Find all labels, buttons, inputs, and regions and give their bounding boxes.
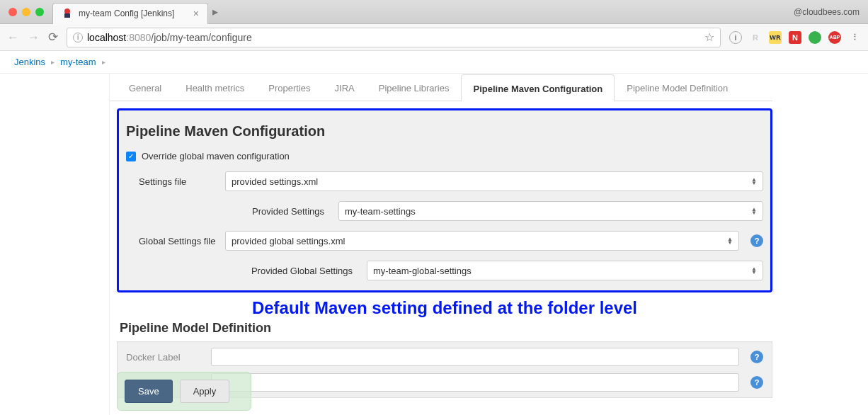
help-icon[interactable]: ? (750, 234, 763, 247)
provided-settings-value: my-team-settings (345, 206, 416, 217)
help-icon[interactable]: ? (750, 351, 763, 363)
config-tabs: General Health metrics Properties JIRA P… (110, 74, 772, 101)
provided-global-value: my-team-global-settings (373, 266, 472, 276)
tab-pipeline-maven[interactable]: Pipeline Maven Configuration (461, 74, 615, 101)
tab-properties[interactable]: Properties (256, 74, 322, 101)
global-settings-label: Global Settings file (126, 236, 218, 246)
jenkins-favicon-icon (62, 8, 73, 19)
back-icon[interactable]: ← (7, 30, 19, 45)
reload-icon[interactable]: ⟳ (48, 30, 58, 45)
site-info-icon[interactable]: i (729, 31, 742, 44)
extension-r-icon[interactable]: R (749, 31, 762, 44)
provided-global-select[interactable]: my-team-global-settings ▲▼ (367, 261, 763, 280)
extension-wr-icon[interactable]: wʀ (769, 31, 782, 44)
tab-pipeline-libraries[interactable]: Pipeline Libraries (367, 74, 462, 101)
extension-icons: i R wʀ N ABP ⋮ (729, 31, 861, 44)
cloudbees-label: @cloudbees.com (794, 7, 860, 17)
breadcrumb-sep-icon: ▸ (102, 58, 105, 66)
tab-jira[interactable]: JIRA (323, 74, 367, 101)
url-bar: ← → ⟳ i localhost:8080/job/my-team/confi… (0, 24, 868, 51)
close-window-icon[interactable] (8, 8, 17, 16)
provided-global-label: Provided Global Settings (126, 266, 360, 276)
global-settings-select[interactable]: provided global settings.xml ▲▼ (225, 231, 739, 251)
url-port: :8080 (126, 32, 151, 43)
bookmark-star-icon[interactable]: ☆ (704, 30, 714, 44)
breadcrumb-sep-icon: ▸ (51, 58, 55, 66)
select-arrows-icon: ▲▼ (751, 267, 757, 274)
forward-icon: → (28, 30, 40, 45)
settings-file-value: provided settings.xml (232, 176, 318, 187)
action-bar: Save Apply (117, 372, 251, 411)
window-controls (8, 8, 44, 16)
new-tab-icon[interactable]: ▸ (212, 5, 218, 18)
provided-settings-label: Provided Settings (126, 206, 331, 217)
tab-title: my-team Config [Jenkins] (79, 8, 188, 18)
extension-n-icon[interactable]: N (789, 31, 801, 44)
close-tab-icon[interactable]: × (193, 8, 199, 19)
select-arrows-icon: ▲▼ (727, 237, 733, 244)
tab-general[interactable]: General (117, 74, 173, 101)
tab-pipeline-model[interactable]: Pipeline Model Definition (615, 74, 740, 101)
override-label: Override global maven configuration (142, 151, 290, 161)
extension-abp-icon[interactable]: ABP (828, 31, 841, 44)
breadcrumb-root[interactable]: Jenkins (14, 57, 45, 67)
section-heading: Pipeline Maven Configuration (126, 123, 763, 140)
help-icon[interactable]: ? (750, 376, 763, 389)
docker-label-input[interactable] (211, 348, 739, 366)
maximize-window-icon[interactable] (35, 8, 44, 16)
address-bar[interactable]: i localhost:8080/job/my-team/configure ☆ (67, 28, 721, 47)
override-checkbox[interactable]: ✓ (126, 152, 136, 161)
settings-file-select[interactable]: provided settings.xml ▲▼ (225, 171, 763, 191)
url-host: localhost (87, 32, 126, 43)
extension-green-icon[interactable] (809, 31, 821, 44)
select-arrows-icon: ▲▼ (751, 208, 757, 215)
apply-button[interactable]: Apply (180, 380, 230, 403)
save-button[interactable]: Save (125, 380, 173, 403)
provided-settings-select[interactable]: my-team-settings ▲▼ (338, 201, 763, 221)
svg-rect-1 (64, 13, 70, 18)
pipeline-maven-section: Pipeline Maven Configuration ✓ Override … (117, 108, 772, 292)
minimize-window-icon[interactable] (22, 8, 30, 16)
url-path: /job/my-team/configure (151, 32, 251, 43)
menu-dots-icon[interactable]: ⋮ (848, 31, 861, 44)
annotation-text: Default Maven setting defined at the fol… (117, 298, 772, 318)
browser-tab-bar: my-team Config [Jenkins] × ▸ @cloudbees.… (0, 0, 868, 24)
select-arrows-icon: ▲▼ (751, 178, 757, 185)
pipeline-model-heading: Pipeline Model Definition (117, 321, 772, 336)
info-icon[interactable]: i (73, 33, 83, 42)
tab-health-metrics[interactable]: Health metrics (173, 74, 256, 101)
left-sidebar (0, 74, 110, 415)
registry-input[interactable] (211, 373, 739, 392)
docker-label-label: Docker Label (126, 352, 204, 363)
svg-point-0 (64, 8, 70, 14)
browser-tab[interactable]: my-team Config [Jenkins] × (52, 3, 208, 24)
settings-file-label: Settings file (126, 176, 218, 187)
breadcrumb: Jenkins ▸ my-team ▸ (0, 51, 868, 74)
global-settings-value: provided global settings.xml (232, 236, 345, 246)
breadcrumb-item[interactable]: my-team (60, 57, 96, 67)
